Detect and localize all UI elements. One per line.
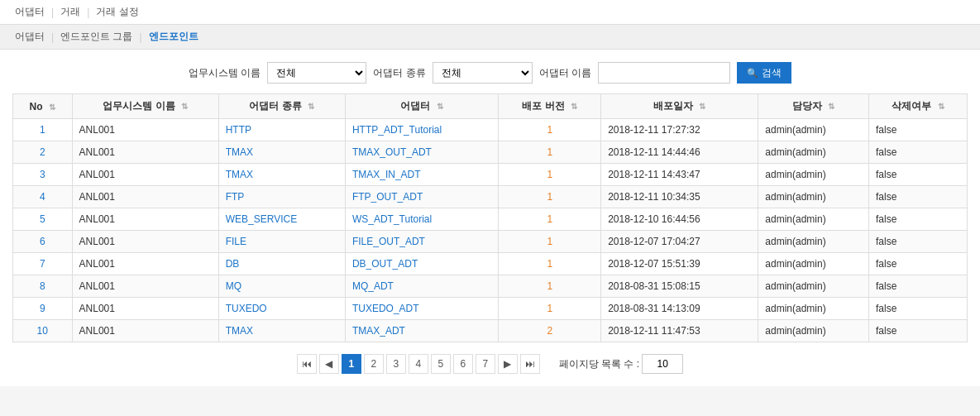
cell-adapter-type[interactable]: FILE	[218, 231, 345, 253]
next-page-button[interactable]: ▶	[498, 354, 518, 374]
cell-deleted: false	[869, 298, 968, 320]
col-adapter-type: 어댑터 종류 ⇅	[218, 94, 345, 119]
cell-deploy-version: 1	[499, 208, 601, 231]
last-page-button[interactable]: ⏭	[520, 354, 540, 374]
adapter-type-select[interactable]: 전체 HTTP TMAX FTP WEB_SERVICE FILE DB MQ …	[433, 62, 533, 84]
biz-system-select[interactable]: 전체 ANL001	[267, 62, 366, 84]
cell-adapter[interactable]: DB_OUT_ADT	[345, 253, 498, 275]
cell-manager: admin(admin)	[758, 320, 869, 342]
cell-adapter[interactable]: TMAX_OUT_ADT	[345, 141, 498, 164]
breadcrumb-endpoint-group[interactable]: 엔드포인트 그룹	[54, 30, 139, 44]
col-deleted: 삭제여부 ⇅	[869, 94, 968, 119]
cell-no[interactable]: 10	[13, 320, 73, 342]
top-nav-adapter[interactable]: 어댑터	[8, 5, 51, 19]
breadcrumb-adapter[interactable]: 어댑터	[8, 30, 51, 44]
top-nav-trade-settings[interactable]: 거래 설정	[89, 5, 145, 19]
cell-adapter[interactable]: TUXEDO_ADT	[345, 298, 498, 320]
cell-no[interactable]: 8	[13, 275, 73, 298]
cell-adapter-type[interactable]: WEB_SERVICE	[218, 208, 345, 231]
cell-deploy-date: 2018-12-10 16:44:56	[601, 208, 758, 231]
sort-icon-type: ⇅	[308, 102, 314, 111]
cell-no[interactable]: 2	[13, 141, 73, 164]
page-2-button[interactable]: 2	[364, 354, 384, 374]
page-7-button[interactable]: 7	[476, 354, 495, 374]
table-row: 5ANL001WEB_SERVICEWS_ADT_Tutorial12018-1…	[13, 208, 968, 231]
cell-manager: admin(admin)	[758, 231, 869, 253]
cell-no[interactable]: 6	[13, 231, 73, 253]
cell-adapter-type[interactable]: TMAX	[218, 320, 345, 342]
page-size-label: 페이지당 목록 수 :	[559, 357, 639, 371]
cell-deploy-date: 2018-12-11 17:27:32	[601, 119, 758, 141]
top-nav: 어댑터 | 거래 | 거래 설정	[0, 0, 980, 25]
cell-manager: admin(admin)	[758, 298, 869, 320]
cell-adapter[interactable]: MQ_ADT	[345, 275, 498, 298]
cell-deleted: false	[869, 320, 968, 342]
cell-deploy-version: 1	[499, 231, 601, 253]
page-4-button[interactable]: 4	[409, 354, 428, 374]
cell-adapter[interactable]: WS_ADT_Tutorial	[345, 208, 498, 231]
table-row: 1ANL001HTTPHTTP_ADT_Tutorial12018-12-11 …	[13, 119, 968, 141]
top-nav-trade[interactable]: 거래	[54, 5, 87, 19]
search-button[interactable]: 🔍 검색	[737, 62, 791, 84]
cell-no[interactable]: 7	[13, 253, 73, 275]
cell-adapter-type[interactable]: TMAX	[218, 164, 345, 186]
breadcrumb: 어댑터 | 엔드포인트 그룹 | 엔드포인트	[0, 25, 980, 50]
prev-page-button[interactable]: ◀	[319, 354, 339, 374]
cell-biz-system: ANL001	[72, 208, 218, 231]
cell-adapter-type[interactable]: FTP	[218, 186, 345, 208]
cell-biz-system: ANL001	[72, 320, 218, 342]
page-size-input[interactable]	[642, 354, 683, 374]
cell-no[interactable]: 1	[13, 119, 73, 141]
col-biz-system: 업무시스템 이름 ⇅	[72, 94, 218, 119]
cell-adapter[interactable]: FTP_OUT_ADT	[345, 186, 498, 208]
breadcrumb-endpoint[interactable]: 엔드포인트	[142, 30, 205, 44]
cell-adapter-type[interactable]: DB	[218, 253, 345, 275]
page-3-button[interactable]: 3	[386, 354, 406, 374]
cell-deploy-version: 1	[499, 253, 601, 275]
page-6-button[interactable]: 6	[453, 354, 473, 374]
cell-deleted: false	[869, 253, 968, 275]
table-row: 4ANL001FTPFTP_OUT_ADT12018-12-11 10:34:3…	[13, 186, 968, 208]
cell-biz-system: ANL001	[72, 164, 218, 186]
search-icon: 🔍	[747, 68, 758, 79]
sort-icon-biz: ⇅	[181, 102, 188, 111]
cell-no[interactable]: 3	[13, 164, 73, 186]
cell-adapter-type[interactable]: HTTP	[218, 119, 345, 141]
cell-no[interactable]: 9	[13, 298, 73, 320]
cell-biz-system: ANL001	[72, 275, 218, 298]
cell-no[interactable]: 4	[13, 186, 73, 208]
cell-adapter-type[interactable]: TUXEDO	[218, 298, 345, 320]
page-5-button[interactable]: 5	[431, 354, 451, 374]
cell-deploy-version: 1	[499, 186, 601, 208]
page-1-button[interactable]: 1	[342, 354, 361, 374]
adapter-name-input[interactable]	[598, 62, 730, 84]
first-page-button[interactable]: ⏮	[297, 354, 317, 374]
cell-adapter[interactable]: TMAX_IN_ADT	[345, 164, 498, 186]
cell-adapter-type[interactable]: TMAX	[218, 141, 345, 164]
cell-deploy-version: 2	[499, 320, 601, 342]
filter-bar: 업무시스템 이름 전체 ANL001 어댑터 종류 전체 HTTP TMAX F…	[12, 62, 968, 84]
cell-deploy-version: 1	[499, 298, 601, 320]
cell-biz-system: ANL001	[72, 119, 218, 141]
cell-manager: admin(admin)	[758, 164, 869, 186]
cell-deploy-date: 2018-12-07 17:04:27	[601, 231, 758, 253]
sort-icon-version: ⇅	[571, 102, 577, 111]
cell-manager: admin(admin)	[758, 208, 869, 231]
cell-manager: admin(admin)	[758, 275, 869, 298]
cell-deploy-date: 2018-12-11 14:44:46	[601, 141, 758, 164]
sort-icon-deleted: ⇅	[938, 102, 944, 111]
cell-adapter[interactable]: FILE_OUT_ADT	[345, 231, 498, 253]
table-row: 9ANL001TUXEDOTUXEDO_ADT12018-08-31 14:13…	[13, 298, 968, 320]
cell-deploy-version: 1	[499, 164, 601, 186]
cell-no[interactable]: 5	[13, 208, 73, 231]
cell-biz-system: ANL001	[72, 186, 218, 208]
cell-adapter[interactable]: HTTP_ADT_Tutorial	[345, 119, 498, 141]
cell-biz-system: ANL001	[72, 231, 218, 253]
sort-icon-date: ⇅	[699, 102, 705, 111]
cell-deleted: false	[869, 141, 968, 164]
cell-biz-system: ANL001	[72, 253, 218, 275]
cell-adapter-type[interactable]: MQ	[218, 275, 345, 298]
cell-manager: admin(admin)	[758, 141, 869, 164]
cell-adapter[interactable]: TMAX_ADT	[345, 320, 498, 342]
cell-deleted: false	[869, 164, 968, 186]
